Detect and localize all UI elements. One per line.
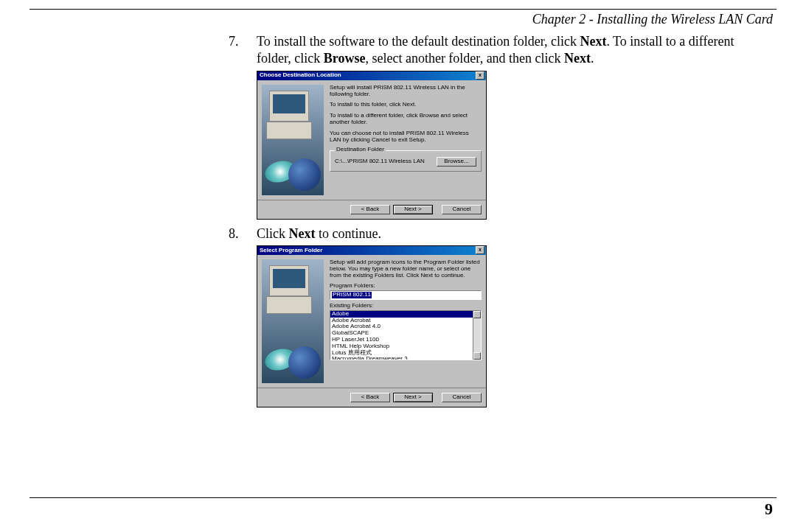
dialog-text: To install to a different folder, click …	[330, 113, 482, 126]
step-8: 8. Click Next to continue.	[229, 225, 767, 242]
text: to continue.	[315, 226, 381, 241]
existing-folders-label: Existing Folders:	[330, 303, 482, 309]
text: Click	[257, 226, 289, 241]
dialog-text: Setup will add program icons to the Prog…	[330, 259, 482, 279]
destination-path: C:\...\PRISM 802.11 Wireless LAN	[335, 158, 425, 165]
dialog-text: You can choose not to install PRISM 802.…	[330, 130, 482, 144]
step-7: 7. To install the software to the defaul…	[229, 33, 767, 68]
browse-button[interactable]: Browse...	[437, 157, 476, 167]
page-content: 7. To install the software to the defaul…	[229, 33, 767, 413]
dialog-button-row: < Back Next > Cancel	[257, 200, 486, 219]
cancel-button[interactable]: Cancel	[442, 205, 482, 214]
back-button[interactable]: < Back	[350, 205, 390, 214]
back-button[interactable]: < Back	[350, 393, 390, 402]
dialog-title: Select Program Folder	[260, 248, 322, 254]
dialog-text: To install to this folder, click Next.	[330, 102, 482, 108]
program-folder-input[interactable]: PRISM 802.11	[330, 290, 482, 300]
close-icon[interactable]: x	[476, 71, 484, 80]
dialog-choose-destination: Choose Destination Location x Setup will…	[257, 71, 487, 220]
page-number: 9	[765, 500, 773, 519]
dialog-text: Setup will install PRISM 802.11 Wireless…	[330, 85, 482, 98]
bold-next: Next	[289, 226, 316, 241]
dialog-title: Choose Destination Location	[260, 72, 341, 79]
step-number: 8.	[229, 225, 257, 242]
destination-folder-group: Destination Folder C:\...\PRISM 802.11 W…	[330, 150, 482, 172]
text: , select another folder, and then click	[365, 51, 564, 66]
program-folders-label: Program Folders:	[330, 283, 482, 290]
fieldset-legend: Destination Folder	[335, 147, 386, 153]
step-number: 7.	[229, 33, 257, 68]
chapter-title: Chapter 2 - Installing the Wireless LAN …	[532, 12, 773, 27]
text: .	[591, 51, 594, 66]
dialog-select-program-folder: Select Program Folder x Setup will add p…	[257, 245, 487, 407]
next-button[interactable]: Next >	[393, 205, 433, 214]
step-text: Click Next to continue.	[257, 225, 767, 242]
wizard-side-image	[262, 259, 324, 383]
cancel-button[interactable]: Cancel	[442, 393, 482, 402]
dialog-button-row: < Back Next > Cancel	[257, 388, 486, 407]
existing-folders-list[interactable]: Adobe Adobe Acrobat Adobe Acrobat 4.0 Gl…	[330, 310, 482, 360]
bold-next: Next	[580, 34, 606, 49]
program-folder-value: PRISM 802.11	[332, 292, 372, 298]
close-icon[interactable]: x	[476, 246, 484, 254]
step-text: To install the software to the default d…	[257, 33, 767, 68]
next-button[interactable]: Next >	[393, 393, 433, 402]
titlebar: Choose Destination Location x	[257, 71, 486, 80]
bold-next: Next	[564, 51, 591, 66]
titlebar: Select Program Folder x	[257, 246, 486, 255]
scrollbar[interactable]	[473, 311, 481, 360]
text: To install the software to the default d…	[257, 34, 580, 49]
wizard-side-image	[262, 85, 324, 195]
bold-browse: Browse	[324, 51, 366, 66]
list-item[interactable]: Macromedia Dreamweaver 3	[330, 356, 481, 360]
